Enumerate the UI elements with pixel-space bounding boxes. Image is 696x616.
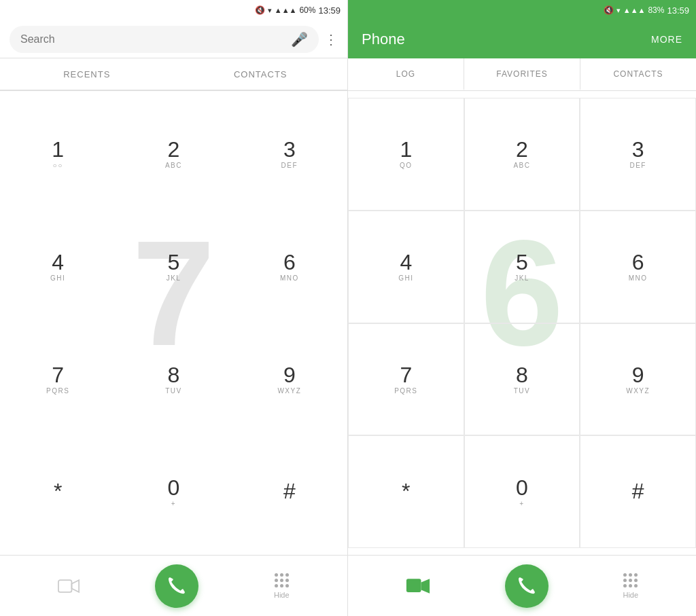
right-phone-app: 🔇 ▾ ▲▲▲ 83% 13:59 Phone MORE LOG FAVORIT… — [348, 0, 696, 616]
right-signal-icon: ▲▲▲ — [623, 6, 646, 14]
right-dial-key-hash[interactable]: # — [580, 435, 696, 548]
dial-key-8[interactable]: 8 TUV — [116, 323, 231, 436]
right-dial-key-8[interactable]: 8 TUV — [464, 323, 580, 436]
left-dialpad-grid: 1 ○○ 2 ABC 3 DEF 4 GHI 5 JKL 6 MNO — [0, 91, 347, 555]
right-dial-key-3[interactable]: 3 DEF — [580, 98, 696, 211]
dial-key-2[interactable]: 2 ABC — [116, 98, 231, 211]
right-phone-icon — [517, 576, 537, 596]
right-dialpad-area: 6 1 QO 2 ABC 3 DEF 4 GHI 5 JKL — [348, 91, 696, 555]
video-icon — [58, 575, 80, 597]
more-options-icon[interactable]: ⋮ — [324, 31, 338, 48]
dial-key-6[interactable]: 6 MNO — [232, 211, 347, 323]
right-dial-key-4[interactable]: 4 GHI — [348, 211, 464, 323]
right-header: Phone MORE — [348, 20, 696, 58]
app-title: Phone — [362, 31, 405, 48]
left-bottom-bar: Hide — [0, 555, 347, 616]
right-time: 13:59 — [667, 5, 689, 16]
right-video-call-button[interactable] — [406, 577, 430, 596]
search-input[interactable] — [20, 33, 285, 46]
right-mute-icon: 🔇 — [604, 5, 614, 15]
tab-favorites[interactable]: FAVORITES — [464, 58, 580, 90]
left-search-bar: 🎤 ⋮ — [0, 20, 347, 58]
mic-icon[interactable]: 🎤 — [291, 31, 308, 48]
dial-key-7[interactable]: 7 PQRS — [0, 323, 116, 436]
left-mute-icon: 🔇 — [255, 5, 265, 15]
hide-label: Hide — [274, 591, 290, 599]
call-button[interactable] — [155, 564, 198, 608]
left-phone-app: 🔇 ▾ ▲▲▲ 60% 13:59 🎤 ⋮ RECENTS CONTACTS 7… — [0, 0, 348, 616]
dialpad-dots-icon — [275, 573, 289, 587]
tab-log[interactable]: LOG — [348, 58, 464, 90]
right-dial-key-5[interactable]: 5 JKL — [464, 211, 580, 323]
right-dial-key-0[interactable]: 0 + — [464, 435, 580, 548]
left-wifi-icon: ▾ — [268, 6, 272, 15]
right-dial-key-2[interactable]: 2 ABC — [464, 98, 580, 211]
tab-contacts[interactable]: CONTACTS — [580, 58, 696, 90]
dial-key-3[interactable]: 3 DEF — [232, 98, 347, 211]
right-dial-key-9[interactable]: 9 WXYZ — [580, 323, 696, 436]
svg-rect-2 — [406, 579, 421, 592]
right-hide-label: Hide — [623, 591, 638, 599]
right-hide-dialpad-button[interactable]: Hide — [623, 573, 638, 599]
left-status-bar: 🔇 ▾ ▲▲▲ 60% 13:59 — [0, 0, 347, 20]
svg-marker-1 — [72, 580, 80, 592]
dial-key-4[interactable]: 4 GHI — [0, 211, 116, 323]
right-call-button[interactable] — [505, 564, 549, 608]
right-wifi-icon: ▾ — [616, 6, 621, 15]
more-button[interactable]: MORE — [651, 34, 682, 45]
right-dial-key-6[interactable]: 6 MNO — [580, 211, 696, 323]
svg-rect-0 — [58, 580, 72, 592]
left-dialpad-area: 7 1 ○○ 2 ABC 3 DEF 4 GHI 5 JKL — [0, 91, 347, 555]
left-tabs: RECENTS CONTACTS — [0, 58, 347, 91]
dial-key-0[interactable]: 0 + — [116, 435, 231, 548]
right-dialpad-dots-icon — [623, 573, 638, 587]
dial-key-1[interactable]: 1 ○○ — [0, 98, 116, 211]
left-time: 13:59 — [318, 5, 341, 16]
video-call-button[interactable] — [58, 575, 80, 597]
right-video-icon — [406, 577, 430, 596]
hide-dialpad-button[interactable]: Hide — [274, 573, 290, 599]
dial-key-hash[interactable]: # — [232, 435, 347, 548]
right-dial-key-star[interactable]: * — [348, 435, 464, 548]
right-battery: 83% — [648, 5, 664, 15]
phone-icon — [167, 576, 187, 596]
left-battery: 60% — [299, 5, 315, 15]
right-dial-key-7[interactable]: 7 PQRS — [348, 323, 464, 436]
tab-recents[interactable]: RECENTS — [0, 58, 174, 90]
dial-key-star[interactable]: * — [0, 435, 116, 548]
dial-key-9[interactable]: 9 WXYZ — [232, 323, 347, 436]
right-dialpad-grid: 1 QO 2 ABC 3 DEF 4 GHI 5 JKL 6 MNO — [348, 91, 696, 555]
right-dial-key-1[interactable]: 1 QO — [348, 98, 464, 211]
right-status-bar: 🔇 ▾ ▲▲▲ 83% 13:59 — [348, 0, 696, 20]
dial-key-5[interactable]: 5 JKL — [116, 211, 231, 323]
right-tabs: LOG FAVORITES CONTACTS — [348, 58, 696, 91]
left-signal-icon: ▲▲▲ — [275, 6, 297, 14]
svg-marker-3 — [421, 579, 430, 594]
right-bottom-bar: Hide — [348, 555, 696, 616]
search-input-container[interactable]: 🎤 — [10, 26, 319, 53]
tab-contacts[interactable]: CONTACTS — [174, 58, 348, 90]
